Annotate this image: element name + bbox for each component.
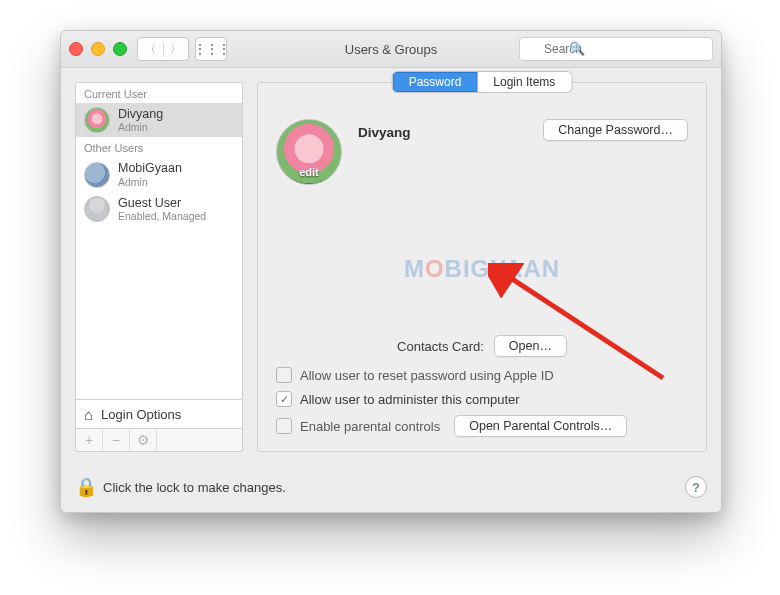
traffic-lights bbox=[69, 42, 127, 56]
login-options-button[interactable]: ⌂ Login Options bbox=[75, 399, 243, 429]
avatar-icon bbox=[84, 107, 110, 133]
show-all-button[interactable]: ⋮⋮⋮ bbox=[195, 37, 227, 61]
row-parental: Enable parental controls Open Parental C… bbox=[276, 415, 688, 437]
back-button[interactable]: 〈 bbox=[138, 42, 163, 57]
main-panel: Password Login Items edit Divyang Change… bbox=[257, 82, 707, 452]
user-name-label: Divyang bbox=[118, 107, 163, 121]
lock-hint-text: Click the lock to make changes. bbox=[103, 480, 286, 495]
tab-password[interactable]: Password bbox=[393, 72, 478, 92]
list-header-other: Other Users bbox=[76, 137, 242, 157]
contacts-card-row: Contacts Card: Open… bbox=[276, 335, 688, 357]
nav-back-forward: 〈 〉 bbox=[137, 37, 189, 61]
minimize-icon[interactable] bbox=[91, 42, 105, 56]
preferences-window: 〈 〉 ⋮⋮⋮ Users & Groups 🔍 Current User Di… bbox=[60, 30, 722, 513]
minus-icon: − bbox=[112, 432, 120, 448]
open-contacts-button[interactable]: Open… bbox=[494, 335, 567, 357]
add-user-button[interactable]: + bbox=[76, 429, 103, 451]
svg-line-0 bbox=[506, 275, 663, 378]
actions-button[interactable]: ⚙ bbox=[130, 429, 157, 451]
open-parental-controls-button[interactable]: Open Parental Controls… bbox=[454, 415, 627, 437]
search-wrap: 🔍 bbox=[519, 37, 713, 61]
gear-icon: ⚙ bbox=[137, 432, 150, 448]
chevron-right-icon: 〉 bbox=[170, 42, 181, 57]
user-list: Current User Divyang Admin Other Users M… bbox=[75, 82, 243, 400]
watermark: MOBIGYAAN bbox=[404, 255, 560, 283]
row-admin: Allow user to administer this computer bbox=[276, 391, 688, 407]
checkbox-admin[interactable] bbox=[276, 391, 292, 407]
checkbox-parental[interactable] bbox=[276, 418, 292, 434]
avatar-icon bbox=[84, 162, 110, 188]
grid-icon: ⋮⋮⋮ bbox=[193, 41, 229, 57]
remove-user-button[interactable]: − bbox=[103, 429, 130, 451]
forward-button[interactable]: 〉 bbox=[163, 42, 189, 57]
label-parental: Enable parental controls bbox=[300, 419, 440, 434]
titlebar: 〈 〉 ⋮⋮⋮ Users & Groups 🔍 bbox=[61, 31, 721, 68]
user-hero: edit Divyang Change Password… bbox=[276, 119, 688, 185]
user-name-label: MobiGyaan bbox=[118, 161, 182, 175]
footer: 🔒 Click the lock to make changes. ? bbox=[61, 466, 721, 512]
row-reset-appleid: Allow user to reset password using Apple… bbox=[276, 367, 688, 383]
plus-icon: + bbox=[85, 432, 93, 448]
user-role-label: Admin bbox=[118, 176, 182, 188]
tab-login-items[interactable]: Login Items bbox=[477, 72, 571, 92]
contacts-card-label: Contacts Card: bbox=[397, 339, 484, 354]
label-admin: Allow user to administer this computer bbox=[300, 392, 520, 407]
login-options-label: Login Options bbox=[101, 407, 181, 422]
checkbox-reset-appleid[interactable] bbox=[276, 367, 292, 383]
tab-bar: Password Login Items bbox=[393, 72, 572, 92]
search-input[interactable] bbox=[519, 37, 713, 61]
user-name-label: Guest User bbox=[118, 196, 206, 210]
home-icon: ⌂ bbox=[84, 406, 93, 423]
help-button[interactable]: ? bbox=[685, 476, 707, 498]
lock-icon[interactable]: 🔒 bbox=[75, 476, 93, 498]
avatar-edit-label: edit bbox=[299, 166, 319, 184]
list-controls: + − ⚙ bbox=[75, 429, 243, 452]
change-password-button[interactable]: Change Password… bbox=[543, 119, 688, 141]
hero-user-name: Divyang bbox=[358, 125, 411, 140]
close-icon[interactable] bbox=[69, 42, 83, 56]
user-row-current[interactable]: Divyang Admin bbox=[76, 103, 242, 137]
chevron-left-icon: 〈 bbox=[145, 42, 156, 57]
silhouette-icon bbox=[84, 196, 110, 222]
sidebar: Current User Divyang Admin Other Users M… bbox=[75, 82, 243, 452]
zoom-icon[interactable] bbox=[113, 42, 127, 56]
label-reset-appleid: Allow user to reset password using Apple… bbox=[300, 368, 554, 383]
user-row-guest[interactable]: Guest User Enabled, Managed bbox=[76, 192, 242, 226]
user-row-other[interactable]: MobiGyaan Admin bbox=[76, 157, 242, 191]
user-role-label: Enabled, Managed bbox=[118, 210, 206, 222]
user-role-label: Admin bbox=[118, 121, 163, 133]
list-header-current: Current User bbox=[76, 83, 242, 103]
user-avatar[interactable]: edit bbox=[276, 119, 342, 185]
